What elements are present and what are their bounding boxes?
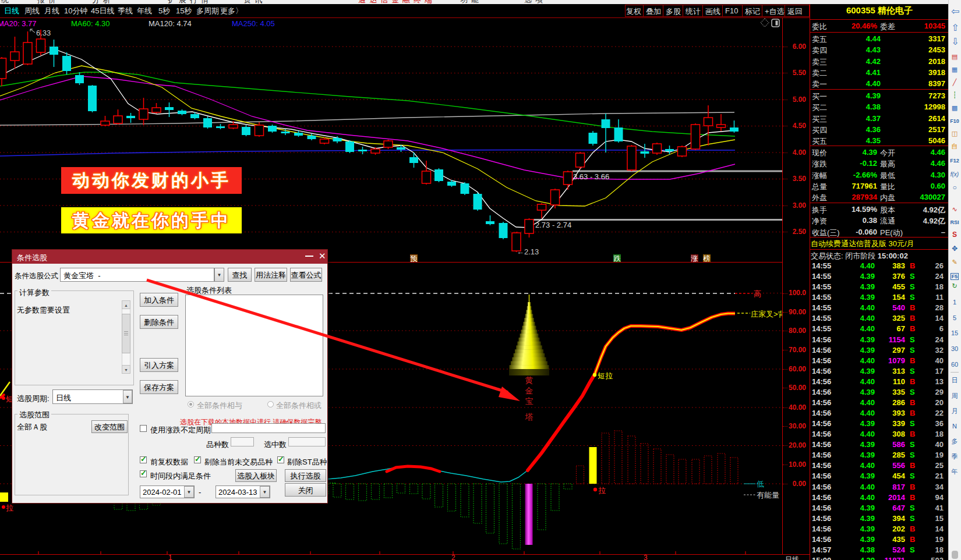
svg-text:高: 高 xyxy=(754,289,761,298)
svg-text:6.33: 6.33 xyxy=(36,29,51,37)
svg-text:黄: 黄 xyxy=(525,375,534,385)
svg-text:低: 低 xyxy=(756,480,764,488)
svg-text:跌: 跌 xyxy=(614,254,621,263)
svg-text:←2.13: ←2.13 xyxy=(517,247,539,256)
svg-text:拉: 拉 xyxy=(6,504,13,512)
svg-text:庄家叉>背: 庄家叉>背 xyxy=(751,310,782,318)
svg-text:宝: 宝 xyxy=(525,396,534,406)
svg-text:榜: 榜 xyxy=(703,254,711,263)
svg-text:涨: 涨 xyxy=(691,254,698,263)
svg-text:塔: 塔 xyxy=(525,412,534,421)
svg-text:金: 金 xyxy=(525,386,534,395)
svg-text:拉: 拉 xyxy=(598,486,606,495)
svg-text:2.73 - 2.74: 2.73 - 2.74 xyxy=(535,221,571,229)
svg-text:有能量: 有能量 xyxy=(757,491,779,499)
svg-text:预: 预 xyxy=(411,254,418,263)
svg-text:短拉: 短拉 xyxy=(598,371,613,380)
svg-text:3.63 - 3.66: 3.63 - 3.66 xyxy=(573,172,609,181)
